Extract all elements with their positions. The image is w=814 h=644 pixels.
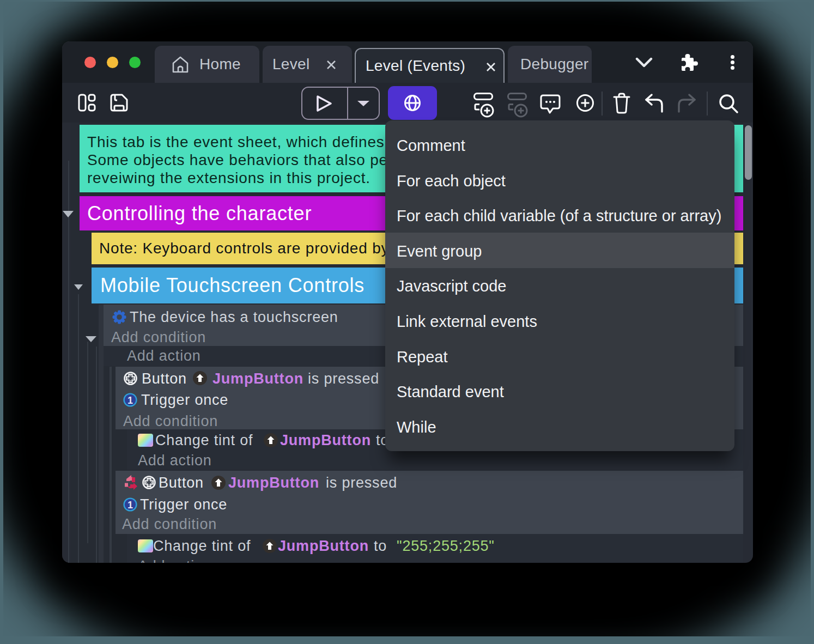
svg-text:1: 1 [127,395,133,406]
svg-text:1: 1 [127,500,133,511]
